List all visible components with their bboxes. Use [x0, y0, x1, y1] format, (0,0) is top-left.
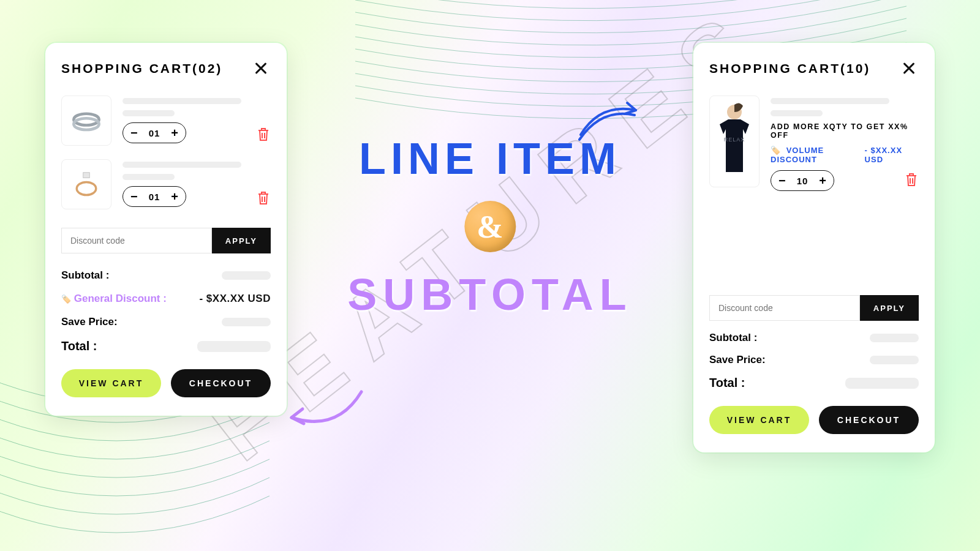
cart-item: − 01 + — [61, 96, 271, 146]
view-cart-button[interactable]: VIEW CART — [61, 369, 161, 397]
skeleton-line — [771, 98, 889, 104]
qty-minus-button[interactable]: − — [128, 190, 140, 203]
skeleton-value — [870, 334, 919, 342]
skeleton-line — [771, 110, 823, 116]
skeleton-line — [123, 174, 175, 180]
product-thumb-tshirt: RELAX — [709, 96, 760, 187]
quantity-stepper[interactable]: − 10 + — [771, 170, 834, 191]
qty-value: 01 — [149, 128, 160, 138]
apply-button[interactable]: APPLY — [860, 295, 919, 321]
skeleton-line — [123, 98, 241, 104]
title-count: (02) — [192, 61, 222, 76]
svg-point-3 — [77, 182, 96, 195]
apply-button[interactable]: APPLY — [212, 228, 271, 253]
cart-panel-lineitem: SHOPPING CART (10) RELAX ADD MORE XQTY T… — [693, 43, 935, 452]
title-prefix: SHOPPING CART — [61, 61, 192, 76]
panel-title: SHOPPING CART (02) — [61, 61, 222, 76]
subtotal-label: Subtotal : — [61, 269, 109, 282]
panel-title: SHOPPING CART (10) — [709, 61, 870, 76]
save-price-label: Save Price: — [61, 316, 118, 328]
tag-icon — [61, 293, 71, 304]
skeleton-value — [870, 356, 919, 364]
headline-subtotal: SUBTOTAL — [347, 269, 632, 320]
save-price-label: Save Price: — [709, 354, 766, 366]
trash-icon[interactable] — [256, 190, 271, 206]
center-headline: LINE ITEM & SUBTOTAL — [347, 133, 632, 320]
skeleton-value — [222, 318, 271, 326]
discount-code-input[interactable] — [61, 228, 212, 253]
quantity-stepper[interactable]: − 01 + — [123, 186, 186, 207]
close-icon[interactable] — [899, 59, 919, 78]
svg-rect-2 — [83, 173, 90, 178]
product-thumb-ring — [61, 159, 111, 209]
close-icon[interactable] — [251, 59, 271, 78]
promo-text: ADD MORE XQTY TO GET XX% OFF — [771, 122, 919, 140]
trash-icon[interactable] — [904, 171, 919, 187]
discount-code-input[interactable] — [709, 295, 860, 321]
skeleton-value — [197, 341, 271, 352]
cart-panel-subtotal: SHOPPING CART (02) − 01 + — [45, 43, 287, 416]
qty-minus-button[interactable]: − — [776, 174, 788, 187]
qty-value: 10 — [797, 176, 809, 186]
title-prefix: SHOPPING CART — [709, 61, 840, 76]
headline-line-item: LINE ITEM — [359, 133, 621, 184]
cart-item: RELAX ADD MORE XQTY TO GET XX% OFF VOLUM… — [709, 96, 919, 191]
cart-item: − 01 + — [61, 159, 271, 209]
trash-icon[interactable] — [256, 126, 271, 142]
svg-text:RELAX: RELAX — [724, 137, 745, 143]
skeleton-value — [845, 378, 919, 389]
total-label: Total : — [61, 339, 97, 353]
skeleton-line — [123, 162, 241, 168]
general-discount-label: General Discount : — [61, 293, 167, 305]
ampersand-badge: & — [464, 201, 516, 252]
qty-plus-button[interactable]: + — [168, 190, 181, 203]
view-cart-button[interactable]: VIEW CART — [709, 406, 809, 434]
quantity-stepper[interactable]: − 01 + — [123, 122, 186, 143]
qty-minus-button[interactable]: − — [128, 127, 140, 139]
qty-plus-button[interactable]: + — [168, 127, 181, 139]
qty-plus-button[interactable]: + — [816, 174, 829, 187]
volume-discount-value: - $XX.XX USD — [865, 146, 919, 164]
volume-discount-label: VOLUME DISCOUNT — [771, 146, 865, 164]
title-count: (10) — [840, 61, 870, 76]
arrow-left-icon — [282, 386, 368, 441]
qty-value: 01 — [149, 192, 160, 202]
checkout-button[interactable]: CHECKOUT — [171, 369, 271, 397]
arrow-right-icon — [576, 98, 649, 147]
skeleton-value — [222, 271, 271, 280]
total-label: Total : — [709, 376, 745, 390]
subtotal-label: Subtotal : — [709, 332, 757, 344]
general-discount-value: - $XX.XX USD — [199, 293, 271, 305]
skeleton-line — [123, 110, 175, 116]
product-thumb-ring — [61, 96, 111, 146]
tag-icon — [771, 146, 781, 155]
checkout-button[interactable]: CHECKOUT — [819, 406, 919, 434]
